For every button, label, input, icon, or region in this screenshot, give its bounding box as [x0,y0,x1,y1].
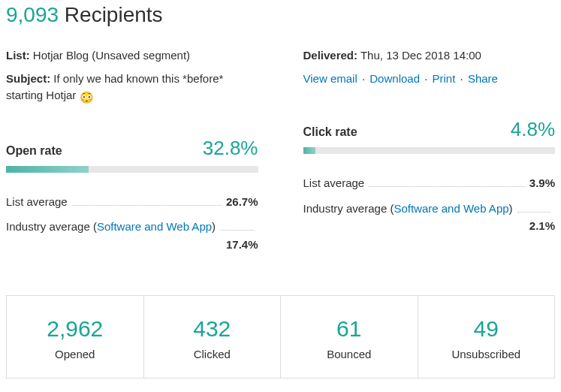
share-link[interactable]: Share [468,72,498,85]
open-rate-list-avg-label: List average [6,194,68,210]
open-rate-bar [6,166,258,173]
stat-opened-label: Opened [11,346,139,363]
list-label: List: [6,49,30,62]
click-rate-industry-prefix: Industry average ( [303,202,394,215]
open-rate-industry-prefix: Industry average ( [6,220,97,233]
subject-label: Subject: [6,72,50,85]
click-rate-industry-value: 2.1% [303,218,556,234]
click-rate-list-avg-label: List average [303,175,365,191]
print-link[interactable]: Print [433,72,456,85]
click-rate-bar [303,147,556,154]
stat-unsubscribed-num: 49 [423,312,550,345]
actions-row: View email · Download · Print · Share [303,71,556,87]
open-rate-industry-link[interactable]: Software and Web App [97,220,212,233]
open-rate-value: 32.8% [203,134,258,163]
stat-clicked-num: 432 [149,312,276,345]
stat-bounced[interactable]: 61 Bounced [281,296,418,378]
stat-opened-num: 2,962 [11,312,139,345]
recipient-count: 9,093 [6,3,59,26]
stats-cards: 2,962 Opened 432 Clicked 61 Bounced 49 U… [6,295,555,378]
download-link[interactable]: Download [369,72,420,85]
stat-unsubscribed[interactable]: 49 Unsubscribed [418,296,555,378]
stat-opened[interactable]: 2,962 Opened [7,296,144,378]
open-rate-bar-fill [6,166,89,173]
open-rate-block: Open rate 32.8% List average 26.7% Indus… [6,134,258,253]
flushed-face-emoji-icon: 😳 [80,91,94,104]
delivered-label: Delivered: [303,49,358,62]
stat-unsubscribed-label: Unsubscribed [423,346,550,363]
stat-clicked-label: Clicked [149,346,276,363]
open-rate-list-avg: List average 26.7% [6,194,258,210]
page-title: 9,093 Recipients [6,0,555,31]
click-rate-title: Click rate [303,123,357,140]
recipient-label: Recipients [65,3,163,26]
list-value: Hotjar Blog (Unsaved segment) [33,49,190,62]
stat-clicked[interactable]: 432 Clicked [144,296,282,378]
subject-meta: Subject: If only we had known this *befo… [6,71,258,106]
click-rate-list-avg-value: 3.9% [529,175,555,191]
open-rate-list-avg-value: 26.7% [226,194,258,210]
click-rate-industry-avg: Industry average (Software and Web App) … [303,201,556,235]
open-rate-industry-value: 17.4% [6,237,258,253]
click-rate-block: Click rate 4.8% List average 3.9% Indust… [303,116,556,234]
view-email-link[interactable]: View email [303,72,357,85]
delivered-value: Thu, 13 Dec 2018 14:00 [360,49,481,62]
open-rate-industry-avg: Industry average (Software and Web App) … [6,219,258,253]
click-rate-value: 4.8% [511,116,555,144]
click-rate-bar-fill [303,147,315,154]
click-rate-industry-link[interactable]: Software and Web App [394,202,508,215]
click-rate-list-avg: List average 3.9% [303,175,556,191]
open-rate-industry-suffix: ) [212,220,216,233]
open-rate-title: Open rate [6,142,62,159]
stat-bounced-num: 61 [285,312,413,345]
click-rate-industry-suffix: ) [509,202,513,215]
delivered-meta: Delivered: Thu, 13 Dec 2018 14:00 [303,47,556,64]
stat-bounced-label: Bounced [285,346,413,363]
list-meta: List: Hotjar Blog (Unsaved segment) [6,47,258,64]
